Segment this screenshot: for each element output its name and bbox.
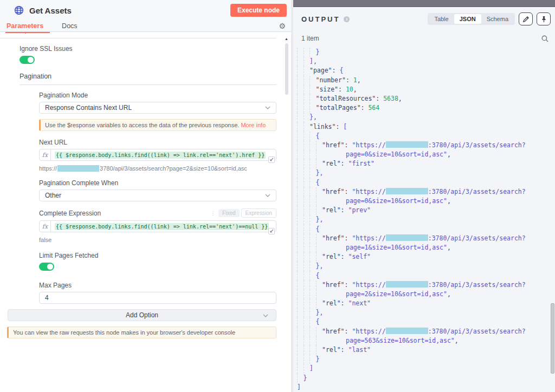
limit-pages-toggle[interactable] xyxy=(39,263,54,271)
search-icon[interactable] xyxy=(541,35,548,42)
ignore-ssl-toggle[interactable] xyxy=(20,56,35,64)
parameter-options-dots-icon[interactable]: ⋮ xyxy=(210,210,216,216)
edit-output-button[interactable] xyxy=(519,12,533,25)
view-table-button[interactable]: Table xyxy=(429,14,454,24)
complete-expression-text[interactable]: {{ $response.body.links.find((link) => l… xyxy=(55,223,269,230)
node-settings-gear-icon[interactable]: ⚙ xyxy=(279,22,286,30)
pagination-mode-label: Pagination Mode xyxy=(39,92,276,99)
json-line: "href": "https://:3780/api/3/assets/sear… xyxy=(297,187,550,197)
more-info-link[interactable]: More info xyxy=(241,122,266,128)
json-line: }, xyxy=(297,308,550,317)
max-pages-input[interactable] xyxy=(39,292,276,304)
json-line: }, xyxy=(297,113,550,122)
json-line: "number": 1, xyxy=(297,76,550,85)
json-line: "rel": "last" xyxy=(297,345,550,355)
tabbar-divider xyxy=(0,31,291,32)
fx-icon: fx xyxy=(40,149,51,160)
json-line: }, xyxy=(297,168,550,178)
pagination-complete-value: Other xyxy=(45,192,265,199)
json-line: { xyxy=(297,271,550,280)
json-line: page=1&size=10&sort=id,asc", xyxy=(297,243,550,252)
json-line: }, xyxy=(297,262,550,271)
redaction-box xyxy=(386,188,428,194)
max-pages-label: Max Pages xyxy=(39,282,276,289)
tab-docs[interactable]: Docs xyxy=(62,22,77,30)
redaction-box xyxy=(57,165,99,172)
json-line: "totalPages": 564 xyxy=(297,103,550,113)
pin-icon xyxy=(540,16,547,23)
view-json-button[interactable]: JSON xyxy=(454,14,481,24)
output-panel: OUTPUT i Table JSON Schema 1 item }],"pa… xyxy=(293,0,555,392)
next-url-evaluated: https://3780/api/3/assets/search?page=2&… xyxy=(39,165,276,172)
add-option-button[interactable]: Add Option xyxy=(8,309,276,321)
notice-text: Use the $response variables to access th… xyxy=(45,122,241,128)
complete-expression-field[interactable]: fx {{ $response.body.links.find((link) =… xyxy=(39,220,276,232)
redaction-box xyxy=(386,141,428,148)
toggle-knob xyxy=(47,264,53,270)
node-header: Get Assets Execute node xyxy=(0,0,291,21)
json-line: "rel": "self" xyxy=(297,252,550,262)
dev-console-notice: You can view the raw requests this node … xyxy=(7,326,276,338)
json-line: "totalResources": 5638, xyxy=(297,94,550,103)
items-count: 1 item xyxy=(301,35,541,42)
expand-expression-icon[interactable] xyxy=(268,156,275,163)
json-line: page=0&size=10&sort=id,asc", xyxy=(297,197,550,206)
pagination-complete-label: Pagination Complete When xyxy=(39,179,276,187)
json-line: { xyxy=(297,132,550,141)
redaction-box xyxy=(386,281,428,288)
globe-icon xyxy=(14,5,24,15)
ndv-modal: Get Assets Execute node Parameters Docs … xyxy=(0,0,555,392)
chevron-down-icon xyxy=(263,314,268,317)
json-line: "links": [ xyxy=(297,122,550,132)
eval-url-suffix: 3780/api/3/assets/search?page=2&size=10&… xyxy=(100,165,247,172)
output-header: OUTPUT i Table JSON Schema xyxy=(293,7,555,31)
execute-node-button[interactable]: Execute node xyxy=(230,4,287,17)
tab-parameters[interactable]: Parameters xyxy=(7,22,43,30)
json-line: "page": { xyxy=(297,66,550,75)
redaction-box xyxy=(386,328,428,334)
fixed-toggle[interactable]: Fixed xyxy=(218,209,239,217)
json-line: { xyxy=(297,317,550,326)
limit-pages-label: Limit Pages Fetched xyxy=(39,252,276,259)
json-line: } xyxy=(297,355,550,364)
json-line: } xyxy=(297,374,550,383)
pin-data-button[interactable] xyxy=(537,12,551,25)
ignore-ssl-label: Ignore SSL Issues xyxy=(20,45,276,53)
json-line: } xyxy=(297,48,550,57)
json-line: { xyxy=(297,178,550,187)
canvas-overlay-strip xyxy=(293,0,555,7)
pencil-icon xyxy=(522,16,530,23)
info-icon[interactable]: i xyxy=(344,16,350,22)
expand-expression-icon[interactable] xyxy=(268,228,275,234)
parameters-panel: Get Assets Execute node Parameters Docs … xyxy=(0,0,291,392)
json-line: ] xyxy=(297,383,550,392)
response-variables-notice: Use the $response variables to access th… xyxy=(39,119,276,131)
eval-url-prefix: https:// xyxy=(39,165,57,172)
pagination-mode-select[interactable]: Response Contains Next URL xyxy=(39,102,276,114)
json-view: }],"page": {"number": 1,"size": 10,"tota… xyxy=(293,48,550,392)
json-line: "href": "https://:3780/api/3/assets/sear… xyxy=(297,280,550,290)
json-line: "rel": "prev" xyxy=(297,206,550,215)
json-line: "href": "https://:3780/api/3/assets/sear… xyxy=(297,141,550,150)
json-line: { xyxy=(297,225,550,234)
view-schema-button[interactable]: Schema xyxy=(481,14,514,24)
parameters-scroll-area: Options Ignore SSL Issues Pagination Pag… xyxy=(0,24,291,392)
pagination-mode-value: Response Contains Next URL xyxy=(45,104,265,112)
pagination-complete-select[interactable]: Other xyxy=(39,190,276,201)
tabbar: Parameters Docs ⚙ xyxy=(0,21,291,31)
json-line: "rel": "next" xyxy=(297,299,550,308)
expression-toggle[interactable]: Expression xyxy=(241,208,276,218)
chevron-down-icon xyxy=(265,106,270,109)
json-line: "size": 10, xyxy=(297,85,550,94)
toggle-knob xyxy=(28,57,34,63)
json-line: "rel": "first" xyxy=(297,159,550,168)
output-scrollbar[interactable] xyxy=(551,303,554,374)
parameters-scrollbar[interactable] xyxy=(285,43,288,95)
json-line: "href": "https://:3780/api/3/assets/sear… xyxy=(297,234,550,243)
scrollbar-up-arrow[interactable]: ▲ xyxy=(285,37,288,41)
next-url-label: Next URL xyxy=(39,139,276,146)
next-url-expression-field[interactable]: fx {{ $response.body.links.find((link) =… xyxy=(39,149,276,161)
add-option-label: Add Option xyxy=(126,311,158,319)
fx-icon: fx xyxy=(40,221,51,232)
next-url-expression-text[interactable]: {{ $response.body.links.find((link) => l… xyxy=(55,152,266,159)
